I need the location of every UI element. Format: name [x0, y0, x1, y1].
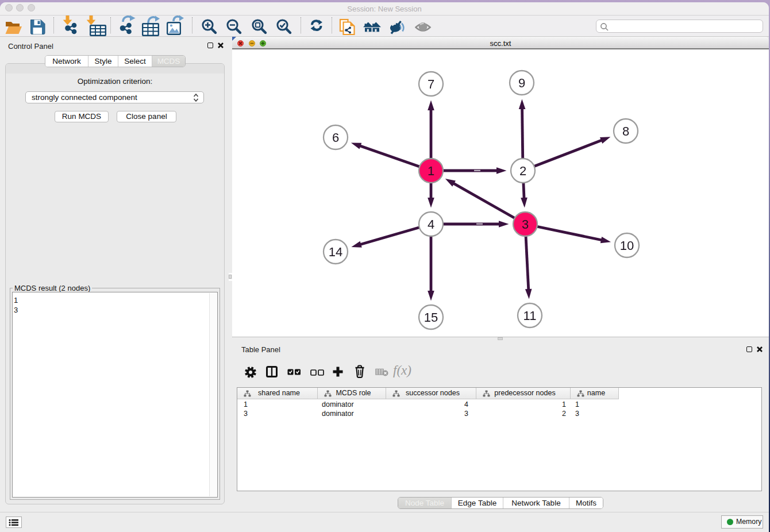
svg-text:6: 6: [332, 130, 339, 145]
svg-text:11: 11: [523, 309, 537, 323]
svg-text:15: 15: [424, 310, 438, 325]
svg-text:8: 8: [622, 124, 629, 138]
svg-text:4: 4: [428, 217, 434, 232]
svg-text:1: 1: [428, 164, 434, 178]
svg-text:3: 3: [522, 217, 529, 232]
svg-text:10: 10: [620, 238, 634, 253]
svg-text:9: 9: [518, 76, 525, 90]
svg-text:2: 2: [519, 164, 526, 178]
svg-text:7: 7: [428, 77, 434, 91]
svg-text:14: 14: [329, 245, 342, 259]
